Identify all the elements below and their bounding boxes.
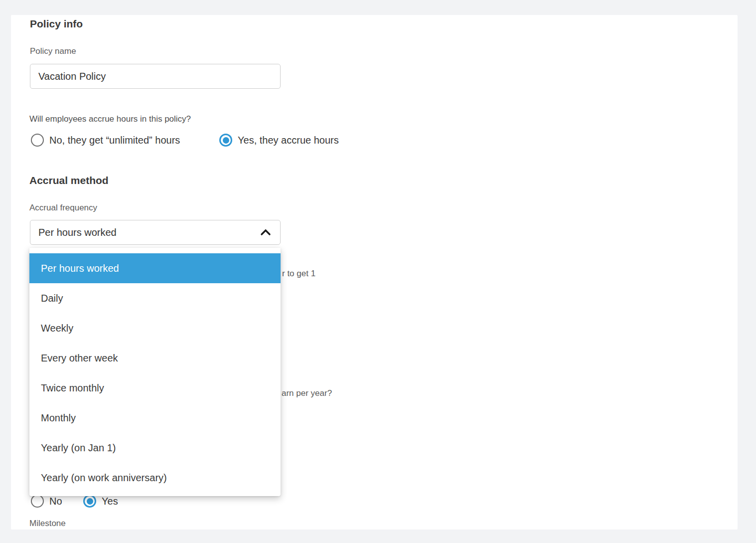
dropdown-option-monthly[interactable]: Monthly bbox=[29, 403, 281, 433]
policy-name-input[interactable] bbox=[30, 64, 281, 89]
radio-unselected-icon[interactable] bbox=[31, 495, 44, 508]
accrual-method-heading: Accrual method bbox=[29, 175, 109, 186]
dropdown-option-daily[interactable]: Daily bbox=[29, 283, 281, 313]
dropdown-option-per-hours-worked[interactable]: Per hours worked bbox=[29, 253, 281, 283]
dropdown-option-every-other-week[interactable]: Every other week bbox=[29, 343, 281, 373]
accrual-frequency-value: Per hours worked bbox=[38, 227, 117, 238]
radio-selected-icon[interactable] bbox=[219, 134, 232, 147]
policy-name-label: Policy name bbox=[30, 46, 76, 56]
policy-info-heading: Policy info bbox=[30, 18, 83, 30]
accrue-question-label: Will employees accrue hours in this poli… bbox=[29, 114, 191, 124]
accrue-option-no[interactable]: No, they get “unlimited” hours bbox=[31, 134, 180, 147]
accrual-frequency-select[interactable]: Per hours worked bbox=[30, 220, 281, 245]
bottom-option-no-label[interactable]: No bbox=[49, 496, 62, 507]
accrue-option-yes-label[interactable]: Yes, they accrue hours bbox=[238, 135, 339, 146]
chevron-up-icon bbox=[260, 228, 271, 237]
obscured-text-fragment: arn per year? bbox=[282, 388, 332, 398]
milestone-label: Milestone bbox=[29, 519, 66, 529]
radio-selected-icon[interactable] bbox=[83, 495, 96, 508]
radio-unselected-icon[interactable] bbox=[31, 134, 44, 147]
radio-dot-icon bbox=[87, 498, 93, 505]
accrue-option-yes[interactable]: Yes, they accrue hours bbox=[219, 134, 339, 147]
dropdown-option-weekly[interactable]: Weekly bbox=[29, 313, 281, 343]
obscured-text-fragment: r to get 1 bbox=[282, 269, 315, 279]
dropdown-option-twice-monthly[interactable]: Twice monthly bbox=[29, 373, 281, 403]
accrual-frequency-dropdown: Per hours worked Daily Weekly Every othe… bbox=[29, 248, 281, 496]
bottom-option-no[interactable]: No bbox=[31, 495, 62, 508]
accrue-option-no-label[interactable]: No, they get “unlimited” hours bbox=[49, 135, 180, 146]
dropdown-option-yearly-anniversary[interactable]: Yearly (on work anniversary) bbox=[29, 463, 281, 493]
dropdown-option-yearly-jan-1[interactable]: Yearly (on Jan 1) bbox=[29, 433, 281, 463]
bottom-option-yes-label[interactable]: Yes bbox=[102, 496, 118, 507]
bottom-option-yes[interactable]: Yes bbox=[83, 495, 118, 508]
accrual-frequency-label: Accrual frequency bbox=[29, 203, 97, 213]
radio-dot-icon bbox=[223, 137, 229, 144]
